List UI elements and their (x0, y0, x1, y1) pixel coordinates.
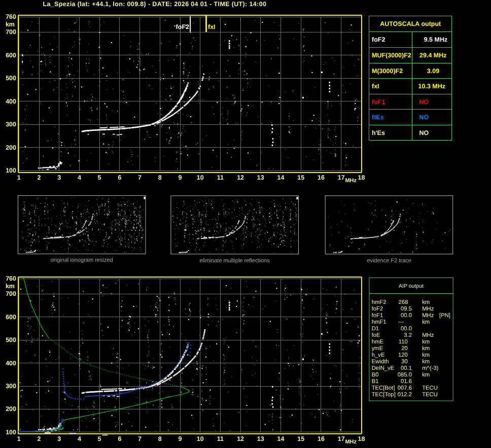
svg-text:B1: B1 (372, 378, 379, 385)
svg-text:600: 600 (6, 52, 16, 59)
svg-text:La_Spezia (lat: +44.1, lon: 00: La_Spezia (lat: +44.1, lon: 009.8) - DAT… (43, 1, 267, 8)
svg-text:100: 100 (6, 167, 16, 174)
svg-text:9.5 MHz: 9.5 MHz (424, 36, 448, 43)
svg-text:16: 16 (318, 174, 325, 181)
svg-text:MHz: MHz (422, 313, 434, 319)
svg-text:300: 300 (6, 383, 16, 390)
svg-text:ymE: ymE (372, 346, 383, 352)
svg-text:16: 16 (318, 435, 325, 442)
svg-text:500: 500 (6, 75, 16, 82)
svg-text:7: 7 (138, 435, 142, 442)
svg-text:10: 10 (197, 435, 204, 442)
svg-text:6: 6 (118, 435, 121, 442)
svg-text:10.3 MHz: 10.3 MHz (418, 83, 446, 90)
svg-text:NO: NO (419, 129, 429, 136)
svg-text:760: 760 (6, 13, 16, 20)
svg-text:---: --- (398, 319, 404, 325)
svg-text:km: km (422, 352, 430, 358)
svg-text:15: 15 (297, 435, 304, 442)
svg-text:700: 700 (6, 290, 16, 297)
svg-text:600: 600 (6, 314, 16, 321)
svg-text:hmF2: hmF2 (372, 299, 387, 305)
svg-text:200: 200 (6, 144, 16, 151)
svg-text:20: 20 (401, 346, 408, 352)
svg-text:h'Es: h'Es (372, 129, 385, 136)
svg-text:3: 3 (57, 435, 61, 442)
svg-text:14: 14 (277, 435, 285, 442)
svg-text:km: km (422, 359, 430, 365)
svg-text:km: km (422, 372, 430, 378)
svg-text:DelN_vE: DelN_vE (372, 365, 395, 371)
svg-text:2: 2 (38, 174, 41, 181)
svg-text:AIP output: AIP output (399, 283, 424, 289)
svg-text:700: 700 (6, 28, 16, 36)
svg-text:TECU: TECU (422, 385, 438, 391)
svg-text:00.1: 00.1 (401, 365, 412, 371)
svg-text:11: 11 (217, 174, 224, 181)
svg-text:2: 2 (38, 435, 41, 442)
svg-text:hmE: hmE (372, 339, 384, 345)
svg-text:NO: NO (419, 114, 429, 121)
svg-text:NO: NO (419, 98, 429, 106)
svg-text:eliminate multiple reflections: eliminate multiple reflections (200, 258, 270, 264)
svg-text:[PN]: [PN] (439, 313, 450, 319)
svg-text:13: 13 (257, 435, 264, 442)
svg-text:TECU: TECU (422, 392, 438, 398)
svg-text:original ionogram resized: original ionogram resized (51, 257, 113, 263)
svg-text:Ewidth: Ewidth (372, 359, 389, 365)
svg-text:M(3000)F2: M(3000)F2 (372, 67, 403, 75)
svg-text:4: 4 (78, 435, 81, 442)
svg-text:TEC[Top]: TEC[Top] (372, 392, 396, 398)
svg-text:400: 400 (6, 98, 16, 105)
svg-text:13: 13 (257, 174, 264, 181)
svg-text:3.09: 3.09 (427, 67, 439, 75)
svg-text:8: 8 (158, 435, 162, 442)
svg-text:4: 4 (78, 174, 81, 181)
svg-text:5: 5 (98, 435, 101, 442)
svg-text:14: 14 (277, 174, 285, 181)
svg-text:foE: foE (372, 332, 380, 338)
svg-text:km: km (422, 339, 430, 345)
svg-text:h_vE: h_vE (372, 352, 385, 358)
svg-text:foF2: foF2 (372, 36, 385, 43)
svg-text:foF1: foF1 (372, 313, 383, 319)
svg-text:9: 9 (179, 174, 182, 181)
svg-text:17: 17 (338, 435, 345, 442)
svg-text:foF2: foF2 (372, 306, 383, 312)
svg-text:400: 400 (6, 360, 16, 367)
svg-text:18: 18 (358, 174, 365, 181)
svg-text:foF2: foF2 (176, 23, 189, 30)
svg-text:AUTOSCALA output: AUTOSCALA output (380, 20, 441, 27)
svg-text:120: 120 (398, 352, 408, 358)
svg-text:17: 17 (338, 174, 345, 181)
svg-text:268: 268 (399, 299, 408, 305)
svg-text:1: 1 (17, 435, 21, 442)
svg-text:18: 18 (358, 435, 365, 442)
svg-text:MHz: MHz (345, 439, 357, 445)
svg-text:11: 11 (217, 435, 224, 442)
svg-text:TEC[Bot]: TEC[Bot] (372, 385, 395, 391)
svg-text:10: 10 (197, 174, 204, 181)
svg-text:evidence F2 trace: evidence F2 trace (367, 258, 411, 264)
svg-text:012.2: 012.2 (398, 392, 412, 398)
svg-text:09.5: 09.5 (401, 306, 412, 312)
svg-text:7: 7 (138, 174, 142, 181)
svg-text:00.0: 00.0 (401, 313, 412, 319)
svg-text:3.2: 3.2 (404, 332, 412, 338)
svg-text:3: 3 (57, 174, 61, 181)
svg-text:12: 12 (237, 174, 244, 181)
svg-text:fxI: fxI (208, 23, 216, 30)
svg-text:D1: D1 (372, 326, 379, 332)
svg-text:MHz: MHz (345, 178, 357, 184)
svg-text:km: km (422, 319, 430, 325)
svg-text:200: 200 (6, 405, 16, 412)
svg-text:085.0: 085.0 (398, 372, 412, 378)
svg-text:fxI: fxI (372, 83, 379, 90)
svg-text:00.0: 00.0 (401, 326, 412, 332)
svg-text:hmF1: hmF1 (372, 319, 387, 325)
svg-text:foF1: foF1 (372, 98, 385, 106)
svg-text:100: 100 (6, 429, 16, 436)
svg-text:km: km (422, 346, 430, 352)
svg-text:MUF(3000)F2: MUF(3000)F2 (372, 52, 411, 59)
svg-text:5: 5 (98, 174, 101, 181)
